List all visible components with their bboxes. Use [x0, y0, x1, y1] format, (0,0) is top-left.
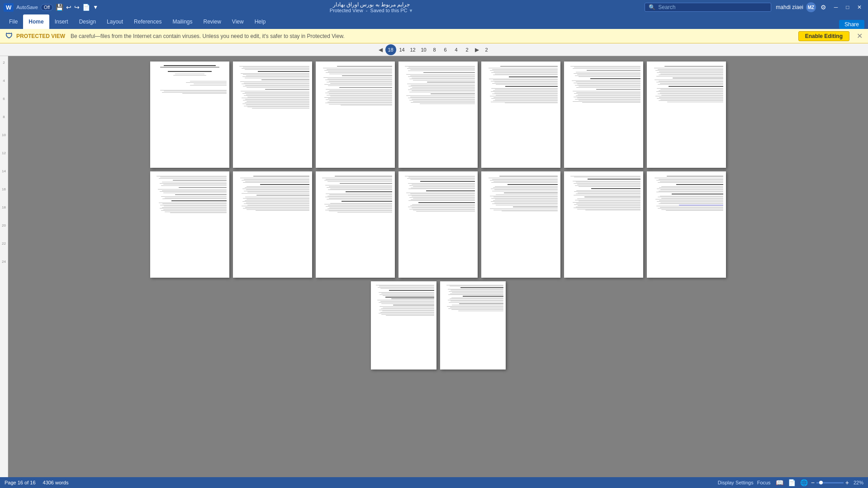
- window-controls: ─ □ ✕: [831, 2, 864, 12]
- ruler-mark: 24: [2, 257, 6, 266]
- page-13[interactable]: [564, 171, 643, 278]
- user-avatar[interactable]: MZ: [806, 2, 816, 12]
- save-icon[interactable]: 💾: [56, 4, 63, 11]
- tab-mailings[interactable]: Mailings: [167, 14, 198, 29]
- search-icon: 🔍: [649, 4, 655, 10]
- page-nav-2[interactable]: 2: [462, 45, 472, 55]
- page-3[interactable]: [316, 62, 395, 168]
- page-14[interactable]: [647, 171, 726, 278]
- redo-icon[interactable]: ↪: [74, 4, 80, 11]
- title-bar-right: 🔍 mahdi ziaei MZ ⚙ ─ □ ✕: [645, 2, 864, 12]
- page-nav-4[interactable]: 4: [451, 45, 461, 55]
- user-info: mahdi ziaei MZ: [776, 2, 816, 12]
- page-info: Page 16 of 16: [5, 480, 36, 485]
- pages-row-3: [371, 281, 506, 370]
- zoom-controls: 📖 📄 🌐 − + 22%: [774, 479, 863, 486]
- ruler-mark: 18: [2, 203, 6, 212]
- page-8[interactable]: [150, 171, 229, 278]
- page-4[interactable]: [398, 62, 478, 168]
- display-settings-button[interactable]: Display Settings: [718, 480, 754, 485]
- ribbon: File Home Insert Design Layout Reference…: [0, 14, 868, 29]
- search-box[interactable]: 🔍: [645, 3, 771, 12]
- page-9[interactable]: [233, 171, 312, 278]
- tab-insert[interactable]: Insert: [49, 14, 74, 29]
- pages-row-1: [150, 62, 726, 168]
- document-area[interactable]: [8, 56, 868, 477]
- undo-icon[interactable]: ↩: [66, 4, 71, 11]
- zoom-level: 22%: [851, 480, 863, 485]
- ruler-mark: 16: [2, 185, 6, 194]
- protected-view-bar: 🛡 PROTECTED VIEW Be careful—files from t…: [0, 29, 868, 43]
- status-right: Display Settings Focus 📖 📄 🌐 − + 22%: [718, 479, 863, 486]
- title-bar: W AutoSave Off 💾 ↩ ↪ 📄 ▼ جرایم مربوط به …: [0, 0, 868, 14]
- page-2[interactable]: [233, 62, 312, 168]
- ruler-mark: 22: [2, 239, 6, 248]
- tab-design[interactable]: Design: [74, 14, 101, 29]
- ruler-mark: 4: [3, 76, 5, 85]
- tab-help[interactable]: Help: [249, 14, 271, 29]
- page-nav-14[interactable]: 14: [397, 45, 407, 55]
- close-button[interactable]: ✕: [854, 2, 864, 12]
- share-button[interactable]: Share: [839, 20, 864, 29]
- page-nav-6[interactable]: 6: [441, 45, 451, 55]
- ruler-mark: 2: [3, 58, 5, 67]
- tab-view[interactable]: View: [227, 14, 249, 29]
- page-10[interactable]: [316, 171, 395, 278]
- page-7[interactable]: [647, 62, 726, 168]
- web-layout-icon[interactable]: 🌐: [799, 479, 809, 486]
- new-doc-icon[interactable]: 📄: [82, 4, 90, 11]
- ruler-mark: 10: [2, 130, 6, 139]
- page-16[interactable]: [440, 281, 506, 370]
- status-left: Page 16 of 16 4306 words: [5, 480, 68, 485]
- ruler-mark: 8: [3, 112, 5, 121]
- title-bar-center: جرایم مربوط به بورس اوراق بهادار Protect…: [330, 1, 413, 13]
- page-nav-left-arrow[interactable]: ◀: [377, 47, 384, 53]
- ruler-mark: 6: [3, 94, 5, 103]
- page-nav-8[interactable]: 8: [430, 45, 440, 55]
- protected-view-title: PROTECTED VIEW: [16, 33, 65, 39]
- search-input[interactable]: [658, 4, 758, 10]
- page-11[interactable]: [398, 171, 478, 278]
- page-nav-page2[interactable]: 2: [482, 45, 492, 55]
- zoom-in-button[interactable]: +: [845, 479, 849, 486]
- print-layout-icon[interactable]: 📄: [787, 479, 797, 486]
- autosave-toggle[interactable]: Off: [41, 4, 53, 11]
- customize-icon[interactable]: ▼: [93, 4, 98, 10]
- settings-icon[interactable]: ⚙: [821, 4, 826, 11]
- page-15[interactable]: [371, 281, 436, 370]
- focus-button[interactable]: Focus: [757, 480, 771, 485]
- page-nav-right-arrow[interactable]: ▶: [473, 47, 481, 53]
- autosave-label: AutoSave: [16, 5, 38, 10]
- page-nav-10[interactable]: 10: [419, 45, 429, 55]
- ruler-mark: 20: [2, 221, 6, 230]
- ruler-mark: 14: [2, 166, 6, 175]
- zoom-out-button[interactable]: −: [811, 479, 815, 486]
- page-12[interactable]: [481, 171, 560, 278]
- tab-layout[interactable]: Layout: [101, 14, 128, 29]
- page-6[interactable]: [564, 62, 643, 168]
- tab-review[interactable]: Review: [198, 14, 226, 29]
- word-logo: W: [4, 3, 14, 12]
- read-mode-icon[interactable]: 📖: [774, 479, 785, 486]
- main-area: 2 4 6 8 10 12 14 16 18 20 22 24: [0, 56, 868, 477]
- dropdown-arrow[interactable]: ▼: [409, 8, 413, 13]
- tab-references[interactable]: References: [128, 14, 167, 29]
- page-5[interactable]: [481, 62, 560, 168]
- tab-home[interactable]: Home: [23, 14, 49, 29]
- page-1[interactable]: [150, 62, 229, 168]
- ribbon-tabs: File Home Insert Design Layout Reference…: [0, 14, 868, 29]
- minimize-button[interactable]: ─: [831, 2, 841, 12]
- page-nav-bar: ◀ 18 14 12 10 8 6 4 2 ▶ 2: [0, 43, 868, 56]
- word-count: 4306 words: [43, 480, 69, 485]
- page-nav-18[interactable]: 18: [385, 44, 396, 55]
- zoom-slider-track[interactable]: [816, 482, 844, 483]
- enable-editing-button[interactable]: Enable Editing: [798, 31, 849, 41]
- tab-file[interactable]: File: [4, 14, 23, 29]
- doc-title: جرایم مربوط به بورس اوراق بهادار: [333, 1, 410, 8]
- doc-subtitle: Protected View - Saved to this PC ▼: [330, 8, 413, 13]
- page-nav-12[interactable]: 12: [408, 45, 418, 55]
- left-ruler: 2 4 6 8 10 12 14 16 18 20 22 24: [0, 56, 8, 477]
- close-protected-bar-button[interactable]: ✕: [857, 32, 863, 40]
- maximize-button[interactable]: □: [843, 2, 853, 12]
- title-bar-left: W AutoSave Off 💾 ↩ ↪ 📄 ▼: [4, 3, 98, 12]
